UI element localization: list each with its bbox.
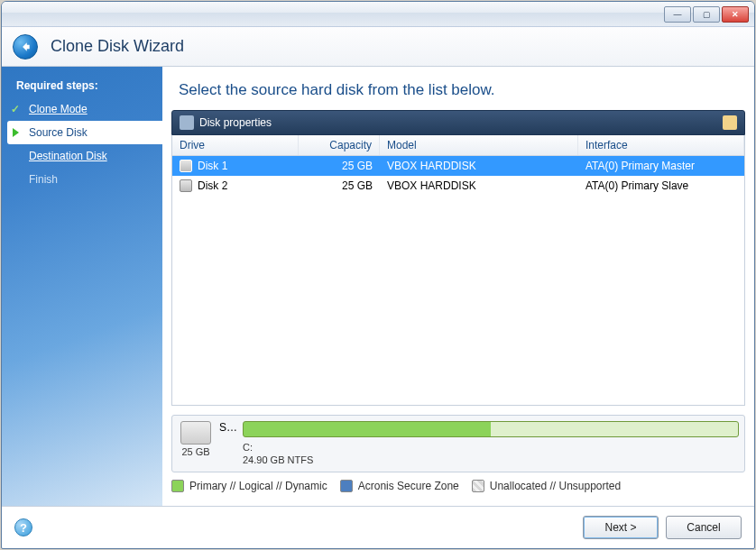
- sidebar-header: Required steps:: [2, 76, 162, 97]
- maximize-button[interactable]: ▢: [693, 6, 720, 23]
- legend-asz: Acronis Secure Zone: [358, 480, 459, 492]
- window-title: Clone Disk Wizard: [51, 37, 184, 56]
- disk-total-size: 25 GB: [181, 446, 209, 457]
- footer: ? Next > Cancel: [2, 506, 754, 548]
- sidebar-item-destination-disk[interactable]: Destination Disk: [2, 144, 162, 168]
- sidebar-item-finish: Finish: [2, 168, 162, 191]
- disk-icon: [180, 160, 192, 172]
- header-bar: Clone Disk Wizard: [2, 27, 754, 67]
- back-button[interactable]: [13, 34, 38, 60]
- wizard-sidebar: Required steps: Clone Mode Source Disk D…: [2, 67, 162, 506]
- volume-disk-summary: 25 GB: [178, 421, 214, 457]
- table-row[interactable]: Disk 2 25 GB VBOX HARDDISK ATA(0) Primar…: [172, 176, 744, 196]
- legend-unallocated: Unallocated // Unsupported: [490, 480, 621, 492]
- main-panel: Select the source hard disk from the lis…: [162, 67, 754, 506]
- help-button[interactable]: ?: [14, 518, 32, 536]
- disk-properties-icon: [180, 115, 194, 130]
- legend-swatch-unallocated: [472, 480, 484, 492]
- close-button[interactable]: ✕: [722, 6, 749, 23]
- disk-properties-title: Disk properties: [199, 116, 272, 129]
- harddisk-icon: [180, 421, 211, 445]
- partition-letter: C:: [243, 441, 739, 454]
- cancel-button[interactable]: Cancel: [666, 516, 742, 539]
- volume-panel: 25 GB S… C: 24.90 GB NTFS: [171, 415, 745, 472]
- instruction-text: Select the source hard disk from the lis…: [162, 67, 754, 110]
- disk-icon: [180, 179, 192, 192]
- short-label: S…: [219, 421, 235, 434]
- col-capacity-header[interactable]: Capacity: [299, 135, 380, 155]
- sidebar-item-clone-mode[interactable]: Clone Mode: [2, 97, 162, 121]
- legend-swatch-primary: [171, 480, 184, 492]
- arrow-left-icon: [19, 41, 32, 53]
- wizard-window: — ▢ ✕ Clone Disk Wizard Required steps: …: [1, 1, 755, 549]
- table-header: Drive Capacity Model Interface: [172, 135, 744, 156]
- col-model-header[interactable]: Model: [380, 135, 578, 155]
- minimize-button[interactable]: —: [664, 6, 691, 23]
- table-row[interactable]: Disk 1 25 GB VBOX HARDDISK ATA(0) Primar…: [172, 156, 744, 176]
- disk-properties-header: Disk properties: [171, 110, 745, 135]
- partition-size-fs: 24.90 GB NTFS: [243, 454, 739, 466]
- disk-table: Drive Capacity Model Interface Disk 1 25…: [171, 135, 745, 406]
- volume-legend: Primary // Logical // Dynamic Acronis Se…: [171, 480, 745, 492]
- next-button[interactable]: Next >: [583, 516, 659, 539]
- col-interface-header[interactable]: Interface: [578, 135, 744, 155]
- sidebar-item-source-disk[interactable]: Source Disk: [7, 121, 162, 144]
- legend-swatch-asz: [340, 480, 353, 492]
- titlebar: — ▢ ✕: [2, 2, 754, 27]
- volume-bar[interactable]: [243, 421, 739, 437]
- columns-chooser-icon[interactable]: [723, 115, 737, 130]
- legend-primary: Primary // Logical // Dynamic: [189, 480, 327, 492]
- col-drive-header[interactable]: Drive: [172, 135, 299, 155]
